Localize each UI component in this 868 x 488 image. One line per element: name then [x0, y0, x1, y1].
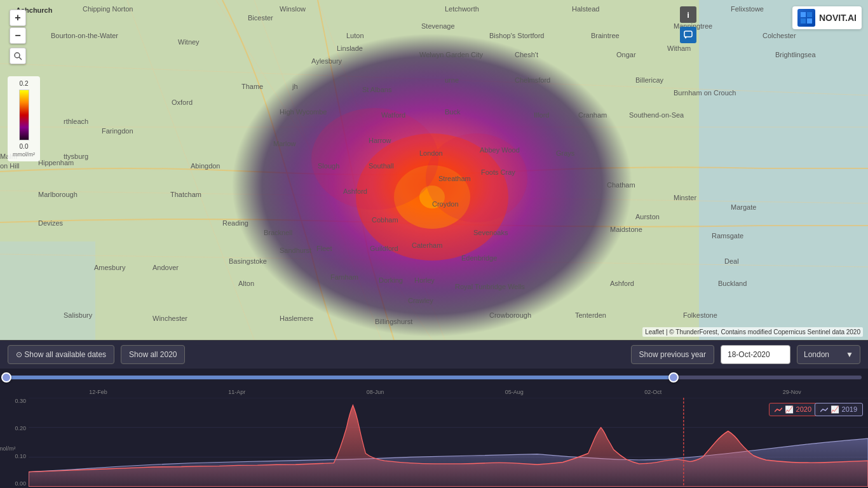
guildford-label: Guildford — [370, 245, 398, 252]
chart-svg-area — [29, 398, 868, 487]
map-container: Ashchurch Letchworth Halstead Felixstowe… — [0, 0, 868, 340]
bourton-label: Bourton-on-the-Water — [51, 32, 118, 39]
location-chevron: ▼ — [846, 350, 853, 359]
bracknell-label: Bracknell — [264, 229, 292, 236]
deal-label: Deal — [724, 257, 739, 265]
reading-label: Reading — [222, 219, 248, 227]
ilford-label: Ilford — [534, 111, 549, 119]
sandhurst-label: Sandhurst — [280, 247, 311, 254]
halstead-label: Halstead — [572, 5, 599, 13]
chipping-norton-label: Chipping Norton — [83, 5, 133, 13]
cheshunt-label: Chesh't — [515, 51, 538, 58]
letchworth-label: Letchworth — [445, 5, 479, 13]
legend-unit-label: mmol/m² — [13, 151, 35, 158]
map-search-button[interactable] — [10, 48, 26, 64]
welwyn-label: Welwyn Garden City — [419, 51, 483, 58]
slider-thumb-right[interactable] — [668, 372, 679, 383]
toolbar: ⊙ Show all available dates Show all 2020… — [0, 340, 868, 369]
luton-label: Luton — [346, 32, 364, 39]
witham-label: Witham — [667, 44, 691, 52]
caterham-label: Caterham — [412, 241, 442, 249]
chatham-label: Chatham — [607, 181, 635, 189]
zoom-out-button[interactable]: − — [10, 27, 26, 44]
chat-button[interactable] — [680, 27, 696, 43]
andover-label: Andover — [153, 264, 179, 271]
novit-logo: NOVIT.AI — [792, 6, 862, 29]
y-axis-label: 0.00 — [15, 480, 26, 487]
svg-rect-2 — [0, 241, 95, 340]
northleach-label: rthleach — [64, 118, 88, 125]
basingstoke-label: Basingstoke — [229, 257, 267, 265]
alton-label: Alton — [238, 280, 254, 287]
thatcham-label: Thatcham — [170, 191, 201, 198]
info-button[interactable]: i — [680, 6, 696, 23]
show-all-2020-button[interactable]: Show all 2020 — [121, 345, 185, 364]
stalbans-label: St Albans — [362, 86, 391, 93]
legend-2019-button[interactable]: 📈 2019 — [815, 403, 863, 416]
svg-rect-21 — [807, 12, 812, 17]
devizes-label: Devizes — [38, 219, 63, 227]
timeline-container — [0, 369, 868, 386]
brightlingsea-label: Brightlingsea — [775, 51, 816, 58]
jh-label: jh — [292, 83, 298, 90]
buckland-label: Buckland — [718, 280, 747, 287]
marlow-label: Marlow — [273, 140, 295, 147]
margate-label: Margate — [731, 203, 756, 211]
legend-2020-button[interactable]: 📈 2020 — [769, 403, 817, 416]
folkestone-label: Folkestone — [683, 311, 717, 319]
faringdon-label: Faringdon — [102, 127, 133, 135]
billingshurst-label: Billingshurst — [375, 318, 412, 325]
location-selector[interactable]: London ▼ — [797, 345, 860, 364]
y-axis-label: 0.20 — [15, 425, 26, 431]
chart-container: 0.300.200.100.00 mmol/m² — [0, 398, 868, 488]
chart-y-axis: 0.300.200.100.00 — [0, 398, 29, 487]
bishops-stortford-label: Bishop's Stortford — [489, 32, 544, 39]
zoom-in-button[interactable]: + — [10, 10, 26, 26]
stevenage-label: Stevenage — [421, 22, 455, 30]
slider-fill — [6, 376, 674, 379]
salisbury-label: Salisbury — [64, 311, 92, 319]
slider-track[interactable] — [6, 376, 862, 379]
minster-label: Minster — [674, 194, 696, 201]
ramsgate-label: Ramsgate — [712, 232, 743, 240]
marlborough-label: Marlborough — [38, 191, 78, 198]
southend-label: Southend-on-Sea — [629, 111, 684, 119]
slider-thumb-left[interactable] — [1, 372, 11, 383]
felixstowe-label: Felixstowe — [731, 5, 764, 13]
map-zoom-controls: + − — [10, 10, 26, 64]
map-attribution: Leaflet | © ThunderForest, Contains modi… — [642, 327, 863, 337]
timeline-month-label: 02-Oct — [644, 389, 661, 395]
show-all-dates-button[interactable]: ⊙ Show all available dates — [8, 345, 114, 364]
timeline-month-label: 08-Jun — [367, 389, 384, 395]
on-hill-label: on Hill — [0, 162, 20, 170]
horley-label: Horley — [414, 276, 435, 284]
timeline-month-label: 29-Nov — [783, 389, 801, 395]
witney-label: Witney — [178, 38, 200, 46]
show-previous-year-button[interactable]: Show previous year — [631, 345, 714, 364]
chart-y-unit: mmol/m² — [0, 445, 16, 452]
winchester-label: Winchester — [153, 315, 187, 322]
urne-label: urne — [445, 76, 459, 84]
streatham-label: Streatham — [438, 175, 471, 182]
amesbury-label: Amesbury — [94, 264, 126, 271]
foots-cray-label: Foots Cray — [481, 168, 515, 176]
haslemere-label: Haslemere — [280, 315, 313, 322]
svg-line-18 — [19, 57, 22, 60]
royal-tunbridge-label: Royal Tunbridge Wells — [455, 283, 525, 290]
farnham-label: Farnham — [330, 273, 358, 281]
linslade-label: Linslade — [337, 44, 363, 52]
legend-max-label: 0.2 — [13, 80, 35, 87]
legend-gradient — [19, 90, 29, 140]
timeline-month-label: 05-Aug — [505, 389, 524, 395]
ashford-mid-label: Ashford — [343, 187, 367, 195]
y-axis-label: 0.30 — [15, 398, 26, 404]
abbey-wood-label: Abbey Wood — [480, 146, 520, 154]
dorking-label: Dorking — [379, 276, 403, 284]
bicester-label: Bicester — [248, 14, 273, 22]
edenbridge-label: Edenbridge — [461, 254, 497, 262]
date-selector[interactable]: 18-Oct-2020 — [721, 345, 790, 364]
svg-rect-22 — [801, 18, 806, 24]
tenterden-label: Tenterden — [575, 311, 606, 319]
maidstone-label: Maidstone — [610, 226, 642, 233]
fleet-label: Fleet — [316, 245, 332, 252]
